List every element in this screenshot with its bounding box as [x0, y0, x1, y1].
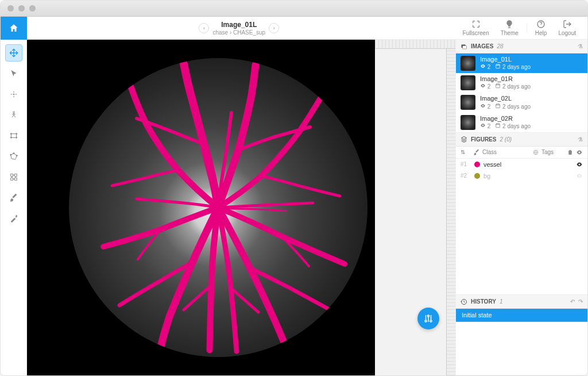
class-color-swatch — [474, 173, 480, 179]
header-actions: Fullscreen Theme Help Logout — [451, 20, 587, 36]
images-panel-title: IMAGES — [471, 43, 493, 49]
canvas-gutter — [375, 40, 455, 375]
image-viewport[interactable] — [69, 58, 368, 357]
figures-columns: ⇅ Class Tags — [456, 147, 587, 159]
trash-icon[interactable] — [567, 149, 574, 156]
brush-icon — [473, 149, 480, 156]
image-name: Image_01L — [480, 56, 531, 63]
theme-button[interactable]: Theme — [495, 20, 524, 36]
svg-rect-19 — [463, 45, 467, 49]
thumbnail — [461, 115, 475, 130]
breadcrumb: ‹ Image_01L chase › CHASE_sup › — [27, 21, 451, 36]
svg-point-10 — [16, 155, 17, 156]
svg-point-2 — [13, 112, 14, 113]
figure-row[interactable]: #2 bg — [456, 170, 587, 182]
svg-point-9 — [13, 153, 14, 154]
prev-image-button[interactable]: ‹ — [199, 23, 209, 33]
svg-point-5 — [16, 133, 17, 135]
figure-class: vessel — [483, 161, 572, 168]
svg-point-16 — [428, 315, 430, 317]
svg-point-15 — [425, 320, 427, 322]
point-tool[interactable] — [5, 86, 22, 103]
logout-button[interactable]: Logout — [552, 20, 582, 36]
brush-tool[interactable] — [5, 189, 22, 206]
image-title: Image_01L — [212, 21, 265, 29]
settings-fab[interactable] — [417, 308, 439, 329]
eye-icon — [480, 83, 486, 89]
figure-index: #1 — [461, 161, 471, 167]
svg-rect-13 — [10, 178, 13, 180]
svg-rect-11 — [10, 174, 13, 177]
images-icon — [461, 43, 467, 50]
images-panel-header[interactable]: IMAGES 28 ⚗ — [456, 40, 587, 53]
svg-rect-3 — [11, 134, 16, 138]
figure-class: bg — [483, 172, 572, 179]
thumbnail — [461, 95, 475, 110]
close-dot[interactable] — [7, 5, 14, 11]
thumbnail — [461, 56, 475, 71]
figures-panel-header[interactable]: FIGURES 2 (0) ⚗ — [456, 133, 587, 147]
polygon-tool[interactable] — [5, 148, 22, 165]
next-image-button[interactable]: › — [269, 23, 279, 33]
svg-rect-14 — [14, 178, 17, 180]
canvas[interactable] — [27, 40, 455, 375]
image-row[interactable]: Image_02R 2 2 days ago — [456, 113, 587, 132]
visibility-icon[interactable] — [576, 161, 583, 168]
home-button[interactable] — [1, 17, 27, 40]
filter-icon[interactable]: ⚗ — [578, 136, 583, 143]
svg-point-1 — [13, 94, 14, 95]
help-button[interactable]: Help — [529, 20, 553, 36]
eye-icon — [480, 63, 486, 69]
svg-rect-20 — [496, 64, 500, 68]
breadcrumb-path: chase › CHASE_sup — [212, 29, 265, 36]
svg-point-17 — [430, 320, 432, 322]
move-tool[interactable] — [5, 44, 22, 62]
svg-point-7 — [16, 137, 17, 138]
smart-tool[interactable] — [5, 210, 22, 227]
ruler-horizontal — [375, 40, 455, 49]
calendar-icon — [495, 103, 501, 109]
vessel-overlay — [69, 58, 368, 357]
globe-icon — [532, 149, 539, 156]
undo-icon[interactable]: ↶ — [570, 298, 575, 305]
ruler-vertical — [446, 49, 455, 375]
top-header: ‹ Image_01L chase › CHASE_sup › Fullscre… — [1, 17, 587, 40]
svg-point-4 — [10, 133, 11, 135]
figure-index: #2 — [461, 172, 471, 179]
fullscreen-button[interactable]: Fullscreen — [457, 20, 495, 36]
svg-rect-23 — [496, 124, 500, 128]
eye-icon[interactable] — [576, 149, 583, 156]
class-color-swatch — [474, 162, 480, 167]
history-item[interactable]: Initial state — [456, 309, 587, 322]
svg-point-8 — [10, 154, 11, 155]
minimize-dot[interactable] — [18, 5, 25, 11]
history-panel-header[interactable]: HISTORY 1 ↶ ↷ — [456, 295, 587, 309]
calendar-icon — [495, 63, 501, 69]
eye-icon — [480, 103, 486, 109]
history-icon — [461, 298, 467, 305]
image-name: Image_02R — [480, 115, 531, 122]
image-meta: 2 2 days ago — [480, 63, 531, 71]
redo-icon[interactable]: ↷ — [578, 298, 583, 305]
figure-row[interactable]: #1 vessel — [456, 159, 587, 170]
window-titlebar — [1, 1, 587, 17]
svg-rect-12 — [14, 174, 17, 177]
image-row[interactable]: Image_02L 2 2 days ago — [456, 93, 587, 112]
keypoint-tool[interactable] — [5, 106, 22, 124]
thumbnail — [461, 75, 475, 90]
image-row[interactable]: Image_01R 2 2 days ago — [456, 73, 587, 93]
eye-icon — [480, 122, 486, 128]
pointer-tool[interactable] — [5, 65, 22, 82]
image-meta: 2 2 days ago — [480, 122, 531, 130]
rectangle-tool[interactable] — [5, 127, 22, 144]
maximize-dot[interactable] — [29, 5, 36, 11]
image-name: Image_01R — [480, 75, 531, 83]
toolbar — [1, 40, 27, 375]
filter-icon[interactable]: ⚗ — [578, 43, 583, 49]
bitmap-tool[interactable] — [5, 168, 22, 186]
right-panel: IMAGES 28 ⚗ Image_01L 2 2 days ago Image… — [455, 40, 587, 375]
layers-icon — [461, 136, 467, 143]
images-count: 28 — [497, 43, 503, 49]
visibility-icon[interactable] — [576, 172, 583, 179]
image-row[interactable]: Image_01L 2 2 days ago — [456, 53, 587, 73]
